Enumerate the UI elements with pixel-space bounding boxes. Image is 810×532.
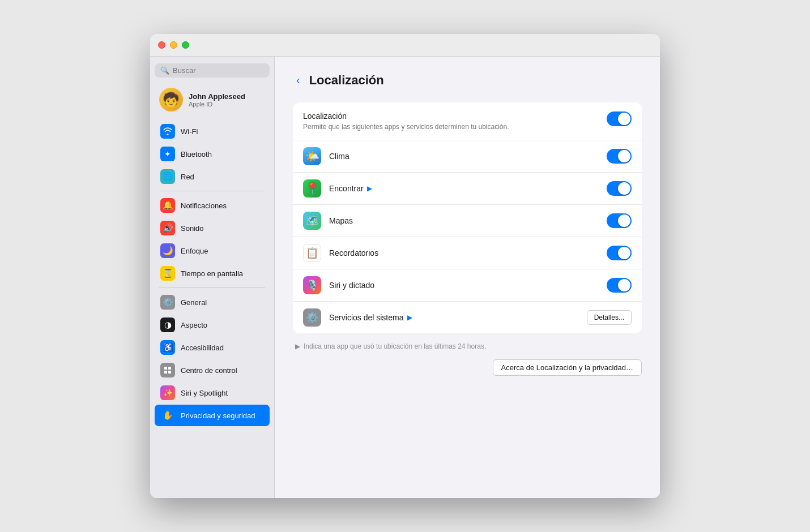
sidebar-item-tiempo[interactable]: ⌛ Tiempo en pantalla [155, 263, 270, 284]
sidebar-item-siri-spotlight[interactable]: ✨ Siri y Spotlight [155, 382, 270, 404]
sidebar: 🔍 🧒 John Appleseed Apple ID [150, 57, 275, 498]
content-area: ‹ Localización Localización Permite que … [275, 57, 660, 498]
sidebar-item-label-notificaciones: Notificaciones [181, 201, 227, 210]
sidebar-item-label-sonido: Sonido [181, 224, 203, 233]
footer-text: Indica una app que usó tu ubicación en l… [304, 342, 486, 350]
footer-info: ▶ Indica una app que usó tu ubicación en… [293, 342, 642, 350]
sidebar-item-label-tiempo: Tiempo en pantalla [181, 269, 243, 278]
location-main-desc: Permite que las siguientes apps y servic… [303, 123, 607, 131]
tiempo-icon: ⌛ [160, 266, 175, 281]
sidebar-item-sonido[interactable]: 🔊 Sonido [155, 217, 270, 239]
footer-location-arrow: ▶ [295, 342, 300, 350]
sonido-icon: 🔊 [160, 221, 175, 235]
red-icon: 🌐 [160, 169, 175, 184]
location-main-info: Localización Permite que las siguientes … [303, 111, 607, 131]
accesibilidad-icon: ♿ [160, 340, 175, 355]
servicios-icon: ⚙️ [303, 308, 321, 327]
toggle-siri-dictado[interactable] [607, 278, 632, 293]
sidebar-item-red[interactable]: 🌐 Red [155, 166, 270, 187]
app-name-row-siri-dictado: Siri y dictado [329, 281, 599, 290]
app-name-siri-dictado: Siri y dictado [329, 281, 374, 290]
app-row-clima: 🌤️ Clima [293, 140, 642, 173]
minimize-button[interactable] [170, 41, 177, 49]
svg-rect-0 [164, 367, 167, 370]
app-name-row-clima: Clima [329, 152, 599, 161]
toggle-clima[interactable] [607, 149, 632, 164]
sidebar-item-general[interactable]: ⚙️ General [155, 291, 270, 313]
app-row-servicios: ⚙️ Servicios del sistema ▶ Detalles... [293, 302, 642, 333]
svg-rect-1 [168, 367, 171, 370]
enfoque-icon: 🌙 [160, 243, 175, 258]
svg-rect-2 [164, 371, 167, 374]
svg-rect-3 [168, 371, 171, 374]
footer-btn-row: Acerca de Localización y la privacidad… [293, 359, 642, 376]
sidebar-item-notificaciones[interactable]: 🔔 Notificaciones [155, 195, 270, 216]
content-header: ‹ Localización [293, 72, 642, 88]
sidebar-item-label-privacidad: Privacidad y seguridad [181, 411, 255, 420]
app-row-mapas: 🗺️ Mapas [293, 205, 642, 237]
sidebar-item-bluetooth[interactable]: ✦ Bluetooth [155, 143, 270, 165]
location-used-arrow-encontrar: ▶ [367, 185, 372, 192]
sidebar-item-accesibilidad[interactable]: ♿ Accesibilidad [155, 337, 270, 358]
privacidad-icon: ✋ [160, 408, 175, 423]
clima-icon: 🌤️ [303, 147, 321, 165]
user-subtitle: Apple ID [189, 101, 245, 108]
encontrar-icon: 📍 [303, 179, 321, 198]
bluetooth-icon: ✦ [160, 147, 175, 161]
sidebar-item-label-general: General [181, 298, 207, 307]
aspecto-icon: ◑ [160, 318, 175, 332]
app-name-servicios: Servicios del sistema [329, 313, 404, 322]
titlebar [150, 34, 660, 57]
sidebar-item-label-accesibilidad: Accesibilidad [181, 344, 224, 352]
sidebar-item-aspecto[interactable]: ◑ Aspecto [155, 314, 270, 336]
close-button[interactable] [158, 41, 165, 49]
app-name-clima: Clima [329, 152, 349, 161]
user-name: John Appleseed [189, 92, 245, 101]
toggle-recordatorios[interactable] [607, 246, 632, 260]
details-button[interactable]: Detalles... [587, 310, 632, 325]
app-name-encontrar: Encontrar [329, 184, 364, 193]
sidebar-item-label-wifi: Wi-Fi [181, 127, 198, 136]
sidebar-item-label-bluetooth: Bluetooth [181, 150, 212, 158]
sidebar-item-privacidad[interactable]: ✋ Privacidad y seguridad [155, 405, 270, 426]
siri-dictado-icon: 🎙️ [303, 276, 321, 294]
sidebar-item-label-aspecto: Aspecto [181, 321, 207, 329]
search-bar[interactable]: 🔍 [155, 63, 270, 78]
sidebar-item-centro[interactable]: Centro de control [155, 359, 270, 381]
app-name-row-encontrar: Encontrar ▶ [329, 184, 599, 193]
location-main-row: Localización Permite que las siguientes … [293, 102, 642, 140]
traffic-lights [158, 41, 189, 49]
notificaciones-icon: 🔔 [160, 198, 175, 213]
mapas-icon: 🗺️ [303, 212, 321, 230]
centro-icon [160, 363, 175, 377]
app-name-row-recordatorios: Recordatorios [329, 248, 599, 258]
location-main-title: Localización [303, 111, 607, 121]
back-button[interactable]: ‹ [293, 72, 304, 88]
maximize-button[interactable] [182, 41, 189, 49]
search-input[interactable] [173, 66, 264, 75]
divider-2 [159, 288, 265, 288]
sidebar-item-wifi[interactable]: Wi-Fi [155, 121, 270, 142]
app-row-recordatorios: 📋 Recordatorios [293, 237, 642, 269]
wifi-icon [160, 124, 175, 139]
user-info: John Appleseed Apple ID [189, 92, 245, 108]
location-card: Localización Permite que las siguientes … [293, 102, 642, 333]
app-row-encontrar: 📍 Encontrar ▶ [293, 173, 642, 205]
privacy-button[interactable]: Acerca de Localización y la privacidad… [493, 359, 642, 376]
sidebar-item-label-centro: Centro de control [181, 366, 237, 375]
sidebar-item-enfoque[interactable]: 🌙 Enfoque [155, 240, 270, 261]
sidebar-item-label-red: Red [181, 173, 194, 181]
app-row-siri-dictado: 🎙️ Siri y dictado [293, 269, 642, 302]
sidebar-item-label-siri: Siri y Spotlight [181, 389, 228, 397]
divider-1 [159, 191, 265, 191]
main-window: 🔍 🧒 John Appleseed Apple ID [150, 34, 660, 498]
search-icon: 🔍 [160, 66, 169, 75]
app-name-row-servicios: Servicios del sistema ▶ [329, 313, 579, 322]
main-layout: 🔍 🧒 John Appleseed Apple ID [150, 57, 660, 498]
toggle-encontrar[interactable] [607, 181, 632, 196]
app-name-recordatorios: Recordatorios [329, 248, 378, 258]
sidebar-item-label-enfoque: Enfoque [181, 247, 208, 255]
location-main-toggle[interactable] [607, 111, 632, 126]
user-profile[interactable]: 🧒 John Appleseed Apple ID [155, 84, 270, 115]
toggle-mapas[interactable] [607, 213, 632, 228]
